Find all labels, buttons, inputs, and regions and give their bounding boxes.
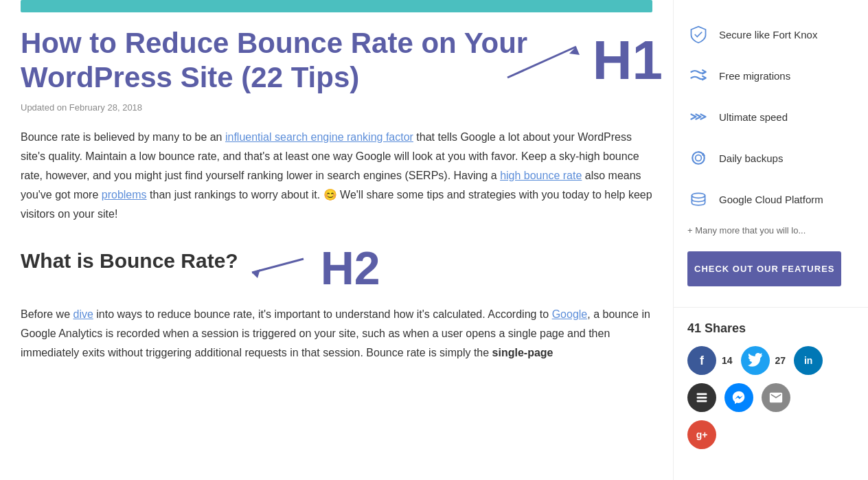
checkout-features-button[interactable]: CHECK OUT OUR FEATURES: [687, 251, 841, 286]
googleplus-icon: g+: [696, 429, 708, 440]
h1-label: H1: [593, 33, 663, 88]
social-row-2: [687, 383, 854, 412]
social-row-3: g+: [687, 420, 854, 449]
svg-rect-7: [697, 393, 707, 396]
messenger-icon: [731, 390, 746, 405]
linkedin-icon: in: [804, 355, 812, 366]
article-intro: Bounce rate is believed by many to be an…: [21, 128, 652, 224]
feature-secure-label: Secure like Fort Knox: [719, 29, 817, 41]
shield-icon: [687, 23, 709, 45]
facebook-button[interactable]: f: [687, 346, 716, 375]
h2-paragraph: Before we dive into ways to reduce bounc…: [21, 305, 652, 363]
twitter-button[interactable]: [741, 346, 770, 375]
feature-backups: Daily backups: [674, 137, 868, 179]
feature-speed-label: Ultimate speed: [719, 111, 788, 123]
title-area: How to Reduce Bounce Rate on Your WordPr…: [21, 26, 652, 95]
social-row-1: f 14 27 in: [687, 346, 854, 375]
facebook-pair: f 14: [687, 346, 733, 375]
chevrons-icon: [687, 106, 709, 128]
svg-point-6: [692, 193, 705, 198]
feature-migrations-label: Free migrations: [719, 70, 790, 82]
email-button[interactable]: [762, 383, 790, 412]
twitter-pair: 27: [741, 346, 786, 375]
sidebar-features: Secure like Fort Knox Free migrations: [674, 10, 868, 308]
article-meta: Updated on February 28, 2018: [21, 102, 652, 113]
top-banner: [21, 0, 652, 12]
feature-cloud-label: Google Cloud Platform: [719, 194, 823, 205]
svg-point-5: [696, 155, 702, 161]
buffer-button[interactable]: [687, 383, 716, 412]
googleplus-button[interactable]: g+: [687, 420, 716, 449]
h2-container: What is Bounce Rate? H2: [21, 244, 652, 291]
arrow-right-double-icon: [687, 65, 709, 87]
shares-count: 41 Shares: [687, 321, 854, 336]
sidebar: Secure like Fort Knox Free migrations: [673, 0, 868, 480]
feature-backups-label: Daily backups: [719, 152, 783, 164]
feature-secure: Secure like Fort Knox: [674, 14, 868, 55]
shares-section: 41 Shares f 14 27 in: [674, 308, 868, 459]
high-bounce-link[interactable]: high bounce rate: [500, 170, 582, 181]
email-icon: [768, 390, 784, 405]
h2-section: What is Bounce Rate? H2 Before we dive i…: [21, 244, 652, 363]
influential-link[interactable]: influential search engine ranking factor: [225, 131, 413, 143]
h1-arrow-icon: [501, 40, 590, 88]
twitter-bird-icon: [748, 353, 763, 368]
svg-rect-8: [697, 397, 707, 399]
layers-icon: [687, 188, 709, 210]
svg-rect-9: [697, 400, 707, 402]
bold-single-page: single-page: [492, 347, 553, 358]
more-features-text: + Many more that you will lo...: [674, 220, 868, 241]
h2-arrow-icon: [245, 252, 314, 283]
dive-link[interactable]: dive: [73, 308, 93, 320]
google-link[interactable]: Google: [552, 308, 588, 320]
feature-cloud: Google Cloud Platform: [674, 179, 868, 220]
feature-speed: Ultimate speed: [674, 96, 868, 137]
main-content: How to Reduce Bounce Rate on Your WordPr…: [0, 0, 673, 480]
messenger-button[interactable]: [724, 383, 753, 412]
problems-link[interactable]: problems: [102, 189, 147, 201]
linkedin-button[interactable]: in: [794, 346, 823, 375]
twitter-count: 27: [775, 355, 786, 366]
svg-line-0: [507, 47, 576, 78]
feature-migrations: Free migrations: [674, 55, 868, 96]
facebook-count: 14: [722, 355, 733, 366]
intro-paragraph: Bounce rate is believed by many to be an…: [21, 128, 652, 224]
h2-label: H2: [321, 244, 380, 291]
buffer-icon: [694, 390, 709, 405]
refresh-icon: [687, 147, 709, 169]
h1-annotation: H1: [501, 33, 663, 88]
section-heading-h2: What is Bounce Rate?: [21, 249, 238, 273]
facebook-icon: f: [700, 354, 704, 368]
